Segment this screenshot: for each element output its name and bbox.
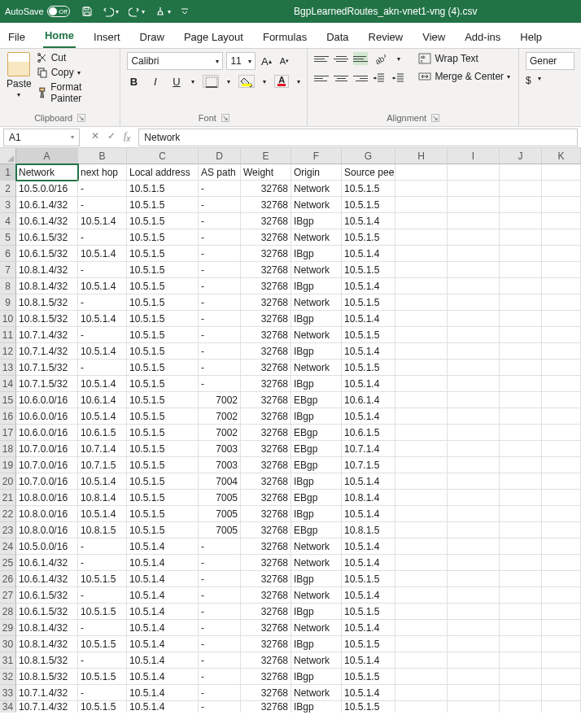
cell[interactable]	[542, 392, 581, 408]
merge-center-button[interactable]: Merge & Center ▾	[418, 70, 510, 83]
cell[interactable]	[500, 229, 542, 246]
chevron-down-icon[interactable]: ▾	[142, 8, 145, 15]
cell[interactable]: 32768	[241, 327, 291, 343]
cell[interactable]: 10.5.0.0/16	[16, 181, 78, 197]
cell[interactable]	[448, 392, 500, 408]
row-header[interactable]: 18	[0, 441, 16, 457]
cell[interactable]	[395, 246, 448, 262]
cell[interactable]	[395, 408, 448, 425]
cell[interactable]: Network	[291, 555, 342, 571]
cell[interactable]	[542, 522, 581, 538]
cell[interactable]: 32768	[241, 278, 291, 294]
cell[interactable]	[542, 425, 581, 441]
cell[interactable]	[500, 360, 542, 376]
cell[interactable]: IBgp	[291, 311, 342, 327]
cell[interactable]: 10.5.1.5	[342, 360, 395, 376]
cell[interactable]: 7004	[199, 473, 241, 490]
chevron-down-icon[interactable]: ▾	[168, 8, 171, 15]
cell[interactable]: 10.5.1.4	[342, 376, 395, 392]
cell[interactable]	[395, 522, 448, 538]
cell[interactable]	[448, 327, 500, 343]
cell[interactable]: -	[78, 555, 127, 571]
column-header[interactable]: D	[199, 148, 241, 164]
cell[interactable]: 10.7.1.5/32	[16, 360, 78, 376]
cell[interactable]	[500, 246, 542, 262]
cell[interactable]: 32768	[241, 636, 291, 652]
cell[interactable]: 10.5.1.5	[342, 571, 395, 587]
dialog-launcher-icon[interactable]: ↘	[77, 114, 85, 122]
cell[interactable]: 10.8.1.5	[342, 522, 395, 538]
cell[interactable]: 10.5.1.5	[127, 181, 199, 197]
cell[interactable]: 10.5.1.5	[127, 294, 199, 311]
cell[interactable]: 10.5.1.5	[127, 441, 199, 457]
cell[interactable]	[542, 408, 581, 425]
chevron-down-icon[interactable]: ▾	[216, 58, 219, 65]
cell[interactable]	[542, 294, 581, 311]
cell[interactable]	[395, 278, 448, 294]
cell[interactable]: Network	[291, 262, 342, 278]
cell[interactable]	[542, 213, 581, 229]
number-format-select[interactable]: Gener	[526, 52, 574, 70]
cell[interactable]	[395, 669, 448, 685]
cell[interactable]	[542, 490, 581, 506]
align-center-button[interactable]	[334, 72, 348, 85]
cell[interactable]	[395, 636, 448, 652]
cell[interactable]: 10.8.1.4	[342, 490, 395, 506]
cell[interactable]	[448, 181, 500, 197]
chevron-down-icon[interactable]: ▾	[248, 58, 251, 65]
column-header[interactable]: F	[291, 148, 342, 164]
cell[interactable]: 10.5.1.5	[342, 262, 395, 278]
row-header[interactable]: 25	[0, 555, 16, 571]
row-header[interactable]: 33	[0, 685, 16, 701]
cell[interactable]: 10.5.1.5	[342, 229, 395, 246]
cell[interactable]	[448, 522, 500, 538]
cell[interactable]	[500, 506, 542, 522]
cell[interactable]: -	[199, 604, 241, 620]
cell[interactable]	[448, 360, 500, 376]
cell[interactable]	[500, 181, 542, 197]
cell[interactable]	[395, 587, 448, 604]
cell[interactable]: 32768	[241, 620, 291, 636]
cell[interactable]	[500, 213, 542, 229]
cell[interactable]	[500, 685, 542, 701]
cell[interactable]: 10.5.1.4	[78, 246, 127, 262]
cell[interactable]: 10.7.1.5	[342, 457, 395, 473]
chevron-down-icon[interactable]: ▾	[71, 133, 74, 141]
cell[interactable]	[542, 197, 581, 213]
cell[interactable]: 10.7.1.4/32	[16, 327, 78, 343]
cell[interactable]	[500, 555, 542, 571]
cell[interactable]	[542, 506, 581, 522]
cell[interactable]	[395, 506, 448, 522]
cell[interactable]	[542, 278, 581, 294]
cell[interactable]	[500, 392, 542, 408]
cell[interactable]: 10.5.1.5	[127, 473, 199, 490]
cell[interactable]: 10.8.1.5/32	[16, 669, 78, 685]
chevron-down-icon[interactable]: ▾	[77, 69, 81, 76]
cell[interactable]: 7005	[199, 522, 241, 538]
cell[interactable]: 10.5.1.4	[127, 620, 199, 636]
cell[interactable]: 32768	[241, 522, 291, 538]
cell[interactable]: 10.8.0.0/16	[16, 522, 78, 538]
cell[interactable]: 10.8.1.5	[78, 522, 127, 538]
cell[interactable]	[500, 587, 542, 604]
cell[interactable]: 10.6.0.0/16	[16, 408, 78, 425]
cell[interactable]	[542, 360, 581, 376]
cell[interactable]	[448, 213, 500, 229]
cell[interactable]: 10.5.1.4	[127, 571, 199, 587]
cell[interactable]	[542, 538, 581, 555]
cell[interactable]	[448, 604, 500, 620]
cell[interactable]: -	[78, 652, 127, 669]
tab-insert[interactable]: Insert	[92, 26, 122, 48]
row-header[interactable]: 34	[0, 701, 16, 713]
cell[interactable]	[542, 327, 581, 343]
font-name-select[interactable]: Calibri▾	[127, 52, 223, 70]
cell[interactable]: -	[78, 360, 127, 376]
cell[interactable]	[542, 473, 581, 490]
cell[interactable]: 10.5.1.4	[78, 213, 127, 229]
cell[interactable]	[395, 392, 448, 408]
cell[interactable]: 32768	[241, 343, 291, 360]
cell[interactable]: 10.6.1.4/32	[16, 571, 78, 587]
cell[interactable]: IBgp	[291, 506, 342, 522]
cell[interactable]: 32768	[241, 197, 291, 213]
cell[interactable]	[448, 555, 500, 571]
